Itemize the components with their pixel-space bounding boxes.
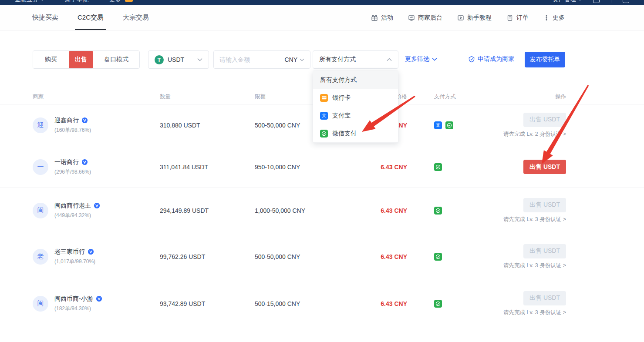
merchant-name[interactable]: 一诺商行 (54, 158, 91, 166)
sell-usdt-button[interactable]: 出售 USDT (523, 291, 566, 305)
link-orders[interactable]: 订单 (506, 14, 529, 22)
amount-input[interactable] (219, 56, 281, 63)
option-label: 所有支付方式 (320, 76, 357, 84)
amount-cell: 311,041.84 USDT (160, 164, 255, 171)
wechat-pay-icon (434, 300, 442, 308)
verified-badge-icon (88, 248, 94, 255)
sell-usdt-button[interactable]: 出售 USDT (523, 198, 566, 212)
option-label: 银行卡 (332, 94, 351, 102)
kyc-notice-link[interactable]: 请先完成 Lv. 3 身份认证 > (503, 309, 566, 316)
limit-cell: 1,000-50,000 CNY (255, 207, 344, 214)
merchant-avatar: 一 (33, 159, 48, 175)
wechat-pay-icon (434, 207, 442, 215)
subnav: 快捷买卖 C2C交易 大宗交易 活动 商家后台 新手教程 订单 更多 (0, 5, 644, 30)
coin-select-value: USDT (168, 56, 193, 63)
dropdown-option-bankcard[interactable]: 银行卡 (313, 89, 398, 107)
kyc-notice-link[interactable]: 请先完成 Lv. 2 身份认证 > (503, 131, 566, 138)
option-label: 微信支付 (332, 130, 357, 137)
topbar-item-more[interactable]: 更多 (109, 0, 133, 3)
more-dots-icon (543, 14, 550, 21)
apply-merchant-link[interactable]: 申请成为商家 (468, 55, 514, 63)
tab-quick-trade[interactable]: 快捷买卖 (31, 5, 59, 30)
topbar-item-beginner[interactable]: 新手学院 (65, 0, 88, 3)
merchant-avatar: 迎 (33, 117, 48, 133)
limit-cell: 950-10,000 CNY (255, 164, 344, 171)
price-cell: 6.43 CNY (344, 253, 407, 260)
orderbook-mode-tab[interactable]: 盘口模式 (93, 51, 139, 68)
chevron-down-icon (578, 0, 582, 1)
dropdown-option-all-payments[interactable]: 所有支付方式 (313, 71, 398, 89)
table-row: 老 老三家币行 (1,017单/99.70%) 99,762.26 USDT 5… (0, 233, 644, 280)
header-amount: 数量 (160, 93, 255, 101)
dropdown-option-wechat-pay[interactable]: 微信支付 (313, 124, 398, 142)
topbar-item-finance[interactable]: 金融业务 (15, 0, 44, 3)
coin-select[interactable]: T USDT (148, 50, 209, 69)
table-row: 商行 出售 USDT (0, 327, 644, 342)
topbar-item-label: 更多 (109, 0, 121, 3)
merchant-avatar: 闽 (33, 203, 48, 218)
trade-tabs: 快捷买卖 C2C交易 大宗交易 (31, 5, 150, 30)
merchant-stats: (182单/94.30%) (54, 305, 102, 312)
link-label: 活动 (381, 14, 393, 22)
merchant-name[interactable]: 闽西币商-小游 (54, 295, 102, 303)
tether-icon: T (155, 55, 164, 64)
link-more[interactable]: 更多 (543, 14, 565, 22)
verified-badge-icon (94, 202, 100, 209)
order-icon (506, 14, 513, 21)
verified-badge-icon (96, 295, 102, 302)
wechat-pay-icon (434, 253, 442, 261)
buy-tab[interactable]: 购买 (33, 51, 69, 68)
side-toggle: 购买 出售 盘口模式 (33, 50, 140, 69)
merchant-stats: (1,017单/99.70%) (54, 258, 95, 265)
kyc-notice-link[interactable]: 请先完成 Lv. 3 身份认证 > (503, 262, 566, 269)
divider (611, 0, 611, 3)
wechat-pay-icon (320, 130, 328, 137)
limit-cell: 500-50,000 CNY (255, 253, 344, 260)
dropdown-option-alipay[interactable]: 支 支付宝 (313, 107, 398, 124)
price-cell: 6.43 CNY (344, 300, 407, 307)
video-icon (457, 14, 464, 21)
more-filters-link[interactable]: 更多筛选 (405, 55, 437, 63)
price-cell: 6.43 CNY (344, 207, 407, 214)
currency-select[interactable]: CNY (284, 56, 304, 63)
price-cell: 6.43 CNY (344, 164, 407, 171)
sell-usdt-button[interactable]: 出售 USDT (523, 244, 566, 258)
tab-block-trade[interactable]: 大宗交易 (122, 5, 150, 30)
account-icon[interactable] (623, 0, 629, 3)
chevron-down-icon (197, 58, 202, 61)
merchant-name[interactable]: 闽西商行老王 (54, 202, 100, 210)
amount-cell: 310,880 USDT (160, 122, 255, 129)
link-activity[interactable]: 活动 (371, 14, 393, 22)
tab-c2c-trade[interactable]: C2C交易 (77, 5, 105, 30)
table-row: 闽 闽西商行老王 (449单/94.32%) 294,149.89 USDT 1… (0, 188, 644, 233)
alipay-icon: 支 (434, 121, 442, 129)
apply-merchant-label: 申请成为商家 (478, 55, 514, 63)
post-order-button[interactable]: 发布委托单 (525, 52, 565, 67)
option-label: 支付宝 (332, 112, 351, 120)
merchant-name[interactable]: 老三家币行 (54, 248, 95, 256)
sell-usdt-button[interactable]: 出售 USDT (523, 160, 566, 174)
topbar-item-assets[interactable]: 资产管理 (553, 0, 582, 3)
merchant-avatar: 闽 (33, 296, 48, 312)
header-payment: 支付方式 (407, 93, 499, 101)
merchant-name[interactable]: 迎鑫商行 (54, 117, 91, 124)
more-filters-label: 更多筛选 (405, 55, 429, 63)
verified-badge-icon (81, 159, 88, 165)
sell-usdt-button[interactable]: 出售 USDT (523, 113, 566, 127)
table-row: 一 一诺商行 (296单/98.66%) 311,041.84 USDT 950… (0, 146, 644, 188)
kyc-notice-link[interactable]: 请先完成 Lv. 3 身份认证 > (503, 216, 566, 223)
wechat-pay-icon (445, 121, 453, 129)
topbar-item-label: 金融业务 (15, 0, 38, 3)
bankcard-icon (320, 94, 328, 102)
link-label: 订单 (516, 14, 529, 22)
merchant-name-label: 老三家币行 (54, 248, 85, 256)
payment-method-select[interactable]: 所有支付方式 (313, 50, 398, 69)
link-merchant-console[interactable]: 商家后台 (408, 14, 442, 22)
currency-value: CNY (284, 56, 297, 63)
merchant-stats: (449单/94.32%) (54, 212, 100, 219)
sell-tab[interactable]: 出售 (69, 51, 93, 68)
orders-icon[interactable] (593, 0, 600, 3)
chevron-down-icon (432, 57, 437, 61)
link-tutorial[interactable]: 新手教程 (457, 14, 492, 22)
limit-cell: 500-15,000 CNY (255, 300, 344, 307)
